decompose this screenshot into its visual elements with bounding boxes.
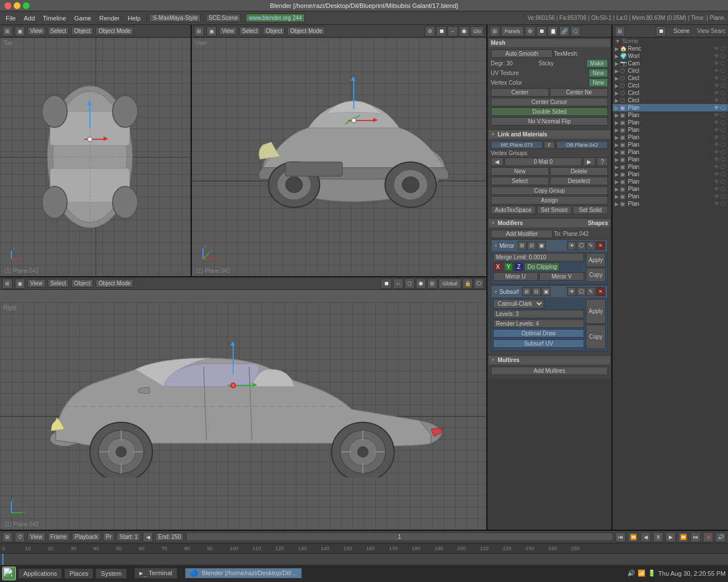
scene-item-renc-eye[interactable]: 👁 [714, 45, 719, 52]
viewport-right[interactable]: Right (1) Plane.042 Z Y [0, 290, 486, 530]
set-solid-btn[interactable]: Set Solid [573, 206, 608, 214]
deselect-mat-btn[interactable]: Deselect [550, 177, 608, 185]
viewport-user-object[interactable]: Object [263, 27, 285, 35]
scene-selector[interactable]: SCE:Scene [206, 14, 241, 22]
mirror-copy-btn[interactable]: Copy [586, 268, 606, 282]
uv-new-btn[interactable]: New [589, 69, 608, 77]
subsurf-copy-btn[interactable]: Copy [586, 325, 606, 350]
subsurf-icon2[interactable]: ⊟ [532, 287, 541, 296]
timeline-pr-btn[interactable]: Pr [103, 533, 114, 541]
timeline-clock-icon[interactable]: ⏱ [15, 532, 25, 542]
scene-item-plan-8[interactable]: ▶ ▣ Plan 👁 🖵 [613, 163, 728, 171]
add-modifier-btn[interactable]: Add Modifier [491, 230, 553, 238]
viewport-user-mode[interactable]: Object Mode [287, 27, 325, 35]
timeline-step-back[interactable]: ⏪ [628, 532, 638, 542]
viewport-top-object[interactable]: Object [71, 27, 93, 35]
viewport-user[interactable]: ⊞ ▣ View Select Object Object Mode ⚙ 🔲 ↔… [192, 25, 486, 276]
sticky-make-btn[interactable]: Make [586, 59, 608, 68]
website-link[interactable]: www.blender.org 244 [246, 14, 304, 22]
mesh-header[interactable]: Mesh [489, 39, 610, 47]
subsurf-icon1[interactable]: ⊞ [522, 287, 531, 296]
props-icon4[interactable]: 📋 [548, 26, 558, 36]
scene-item-plan-10[interactable]: ▶ ▣ Plan 👁 🖵 [613, 178, 728, 185]
terminal-btn[interactable]: ▶_ Terminal [134, 568, 177, 579]
subsurf-apply-btn[interactable]: Apply [586, 299, 606, 324]
viewport-user-view[interactable]: View [219, 27, 237, 35]
scene-item-plan-1[interactable]: ▶ ▣ Plan 👁 🖵 [613, 111, 728, 119]
props-icon3[interactable]: 🔲 [536, 26, 547, 36]
timeline-stop[interactable]: ⏸ [653, 532, 663, 542]
scene-item-plan-11[interactable]: ▶ ▣ Plan 👁 🖵 [613, 185, 728, 193]
timeline-grid-icon[interactable]: ⊞ [2, 532, 13, 542]
mirror-u-btn[interactable]: Mirror U [493, 272, 538, 281]
subsurf-render[interactable]: 🖵 [577, 287, 586, 296]
scene-item-worl-render[interactable]: 🖵 [721, 53, 726, 59]
center-cursor-btn[interactable]: Center Cursor [491, 98, 608, 106]
multires-header[interactable]: ▼ Multires [489, 356, 610, 364]
viewport-right-object[interactable]: Object [71, 279, 93, 288]
viewport-right-icon5[interactable]: ⊞ [427, 278, 437, 289]
viewport-right-global[interactable]: Global [439, 278, 461, 289]
viewport-top[interactable]: ⊞ ▣ View Select Object Object Mode [0, 25, 192, 276]
scene-view-icon[interactable]: ⊞ [615, 26, 625, 36]
mirror-v-btn[interactable]: Mirror V [539, 272, 584, 281]
viewport-right-mode[interactable]: Object Mode [96, 279, 134, 288]
viewport-user-icon4[interactable]: ⬢ [459, 26, 469, 36]
merge-limit[interactable]: Merge Limit: 0.0010 [493, 253, 584, 261]
scene-item-renc[interactable]: ▶ 🏠 Renc 👁 🖵 [613, 45, 728, 52]
scene-item-plan-4[interactable]: ▶ ▣ Plan 👁 🖵 [613, 134, 728, 141]
minimize-button[interactable] [14, 2, 20, 9]
scene-item-plan-0[interactable]: ▶ ▣ Plan 👁 🖵 [613, 104, 728, 111]
menu-game[interactable]: Game [71, 14, 94, 23]
viewport-user-icon1[interactable]: ⚙ [425, 26, 435, 36]
close-button[interactable] [5, 2, 11, 9]
scene-item-circl-2[interactable]: ▶ ⬡ Circl 👁 🖵 [613, 82, 728, 89]
network-icon[interactable]: 📶 [638, 569, 646, 577]
subsurf-type-select[interactable]: Catmull-Clark [493, 299, 544, 309]
copy-group-btn[interactable]: Copy Group [491, 186, 608, 195]
viewport-right-view-icon[interactable]: ▣ [15, 278, 25, 289]
scene-item-circl-0[interactable]: ▶ ⬡ Circl 👁 🖵 [613, 67, 728, 74]
viewport-user-glo[interactable]: Glo [470, 26, 484, 36]
system-btn[interactable]: System [96, 568, 127, 579]
center-btn[interactable]: Center [491, 88, 549, 97]
scene-item-plan-12[interactable]: ▶ ▣ Plan 👁 🖵 [613, 193, 728, 200]
viewport-right-select[interactable]: Select [48, 279, 69, 288]
places-btn[interactable]: Places [64, 568, 93, 579]
scene-item-plan-3[interactable]: ▶ ▣ Plan 👁 🖵 [613, 126, 728, 134]
scene-item-circl-4[interactable]: ▶ ⬡ Circl 👁 🖵 [613, 97, 728, 104]
scene-icon1[interactable]: 🔲 [656, 26, 666, 36]
mirror-render[interactable]: 🖵 [577, 241, 586, 250]
viewport-user-icon2[interactable]: 🔲 [436, 26, 446, 36]
timeline-jump-end[interactable]: ⏭ [690, 532, 701, 542]
subsurf-edit[interactable]: ✎ [586, 287, 595, 296]
mirror-delete[interactable]: ✕ [596, 241, 605, 250]
viewport-right-icon3[interactable]: ⬡ [404, 278, 415, 289]
viewport-right-view[interactable]: View [27, 279, 46, 288]
mirror-icon2[interactable]: ⊟ [527, 241, 536, 250]
battery-icon[interactable]: 🔋 [648, 569, 656, 577]
mirror-apply-btn[interactable]: Apply [586, 253, 606, 267]
mat-question-btn[interactable]: ? [597, 157, 608, 166]
applications-btn[interactable]: Applications [18, 568, 62, 579]
center-ne-btn[interactable]: Center Ne [550, 88, 608, 97]
mirror-icon1[interactable]: ⊞ [518, 241, 527, 250]
maximize-button[interactable] [23, 2, 30, 9]
workspace-selector[interactable]: :6-MaxMaya-Style [149, 14, 201, 22]
timeline-start-label[interactable]: Start: 1 [117, 533, 140, 541]
timeline-bar[interactable] [0, 554, 728, 565]
subsurf-uv-btn[interactable]: Subsurf UV [493, 339, 584, 348]
double-sided-btn[interactable]: Double Sided [491, 107, 608, 116]
timeline-view-btn[interactable]: View [27, 533, 46, 541]
props-icon2[interactable]: ⚙ [525, 26, 535, 36]
mirror-eye[interactable]: 👁 [567, 241, 576, 250]
scene-item-renc-render[interactable]: 🖵 [721, 46, 726, 52]
viewport-top-view-icon[interactable]: ▣ [15, 26, 25, 36]
timeline-prev-btn[interactable]: ◀ [143, 532, 153, 542]
scene-item-plan-6[interactable]: ▶ ▣ Plan 👁 🖵 [613, 148, 728, 156]
viewport-top-select[interactable]: Select [48, 27, 69, 35]
scene-item-circl-1[interactable]: ▶ ⬡ Circl 👁 🖵 [613, 74, 728, 82]
viewport-user-icon3[interactable]: ↔ [448, 26, 458, 36]
timeline-jump-start[interactable]: ⏮ [615, 532, 626, 542]
menu-add[interactable]: Add [20, 14, 39, 23]
